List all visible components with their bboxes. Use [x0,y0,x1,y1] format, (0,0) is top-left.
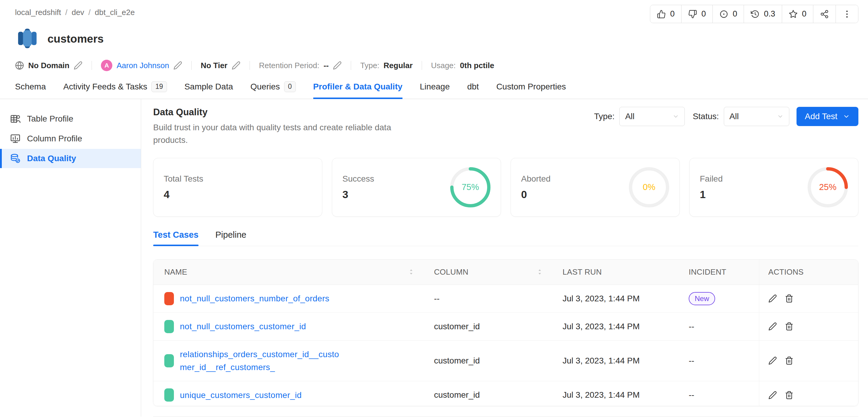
status-filter-select[interactable]: All [724,107,789,126]
delete-test-button[interactable] [785,356,794,365]
star-button[interactable]: 0 [782,5,813,23]
column-header-incident: INCIDENT [678,260,759,285]
sort-icon[interactable] [536,268,543,276]
breadcrumb-item-local-redshift[interactable]: local_redshift [15,8,61,17]
column-header-label: INCIDENT [689,267,726,277]
type-value: Regular [383,61,413,70]
table-row: not_null_customers_number_of_orders--Jul… [153,285,858,313]
share-button[interactable] [813,5,836,23]
summary-card-total-tests: Total Tests4 [153,158,322,217]
main-panel: Data Quality Build trust in your data wi… [141,99,868,417]
more-options-button[interactable] [836,5,858,23]
title-row: customers [15,26,859,52]
chevron-down-icon [673,113,679,120]
downvote-count: 0 [701,9,706,19]
usage-label: Usage: [431,61,456,70]
tab-label: Queries [250,82,280,92]
sidebar-item-column-profile[interactable]: Column Profile [0,129,141,148]
test-name-link[interactable]: not_null_customers_number_of_orders [180,292,330,305]
delete-test-button[interactable] [785,391,794,399]
progress-ring: 75% [450,167,491,207]
sidebar-item-data-quality[interactable]: Data Quality [0,149,141,168]
breadcrumb-item-dbt-cli-e2e[interactable]: dbt_cli_e2e [95,8,135,17]
edit-test-button[interactable] [768,391,777,399]
column-header-label: NAME [164,267,187,277]
sidebar-item-label: Table Profile [27,114,73,124]
tab-queries[interactable]: Queries0 [250,81,296,99]
column-header-label: ACTIONS [768,267,804,277]
edit-domain-button[interactable] [73,61,83,70]
test-name-cell: not_null_customers_number_of_orders [153,285,423,313]
content: Table ProfileColumn ProfileData Quality … [0,99,868,417]
tier-value: No Tier [200,61,227,70]
test-name-link[interactable]: unique_customers_customer_id [180,389,302,401]
tab-count-badge: 19 [151,81,167,92]
card-text: Total Tests4 [164,174,203,200]
upvote-button[interactable]: 0 [650,5,681,23]
tab-profiler-data-quality[interactable]: Profiler & Data Quality [313,81,402,99]
table-row: unique_customers_customer_idcustomer_idJ… [153,381,858,406]
card-label: Failed [700,174,723,184]
progress-ring: 25% [808,167,848,207]
section-titles: Data Quality Build trust in your data wi… [153,107,424,147]
tab-dbt[interactable]: dbt [467,81,479,99]
pencil-icon [173,61,182,70]
tab-sample-data[interactable]: Sample Data [184,81,233,99]
delete-test-button[interactable] [785,294,794,303]
tab-schema[interactable]: Schema [15,81,46,99]
summary-card-aborted: Aborted00% [510,158,680,217]
edit-test-button[interactable] [768,356,777,365]
star-count: 0 [802,9,806,19]
column-header-label: LAST RUN [562,267,602,277]
edit-retention-button[interactable] [333,61,342,70]
test-status-indicator-success [164,320,174,333]
last-run-cell: Jul 3, 2023, 1:44 PM [552,285,678,313]
add-test-button[interactable]: Add Test [797,107,858,126]
column-header-name[interactable]: NAME [153,260,423,285]
delete-test-button[interactable] [785,322,794,331]
sort-icon[interactable] [408,268,415,276]
column-header-column[interactable]: COLUMN [423,260,552,285]
edit-test-button[interactable] [768,294,777,303]
page-title: customers [48,33,104,45]
incident-status-badge[interactable]: New [689,292,715,305]
ring-percent: 75% [450,167,491,207]
test-name-link[interactable]: not_null_customers_customer_id [180,320,306,333]
profiler-sidebar: Table ProfileColumn ProfileData Quality [0,99,141,417]
share-icon [820,10,829,19]
test-name-cell: relationships_orders_customer_id__custom… [153,341,423,381]
tab-pipeline[interactable]: Pipeline [215,230,246,246]
test-tabs: Test CasesPipeline [153,230,858,246]
owner-link[interactable]: Aaron Johnson [117,61,169,70]
actions-cell [759,381,858,406]
tab-activity-feeds-tasks[interactable]: Activity Feeds & Tasks19 [63,81,167,99]
card-label: Aborted [521,174,551,184]
thumbs-up-icon [657,10,666,19]
tab-label: Profiler & Data Quality [313,82,402,92]
version-history-button[interactable]: 0.3 [744,5,782,23]
type-label: Type: [360,61,379,70]
globe-icon [15,61,24,70]
summary-card-failed: Failed125% [689,158,858,217]
upvote-count: 0 [670,9,675,19]
type-filter-select[interactable]: All [619,107,685,126]
section-description: Build trust in your data with quality te… [153,121,424,147]
card-label: Total Tests [164,174,203,184]
breadcrumb-item-dev[interactable]: dev [71,8,84,17]
sidebar-item-table-profile[interactable]: Table Profile [0,109,141,128]
incident-cell: -- [678,381,759,406]
downvote-button[interactable]: 0 [681,5,712,23]
sidebar-item-label: Data Quality [27,154,76,163]
incident-cell: -- [678,341,759,381]
card-value: 1 [700,189,723,200]
tab-test-cases[interactable]: Test Cases [153,230,198,246]
tab-custom-properties[interactable]: Custom Properties [496,81,566,99]
tab-lineage[interactable]: Lineage [420,81,450,99]
test-name-link[interactable]: relationships_orders_customer_id__custom… [180,348,339,374]
edit-test-button[interactable] [768,322,777,331]
edit-owner-button[interactable] [173,61,182,70]
add-test-label: Add Test [805,111,837,121]
open-tasks-button[interactable]: 0 [712,5,744,23]
edit-tier-button[interactable] [231,61,241,70]
retention-value: -- [323,61,329,70]
